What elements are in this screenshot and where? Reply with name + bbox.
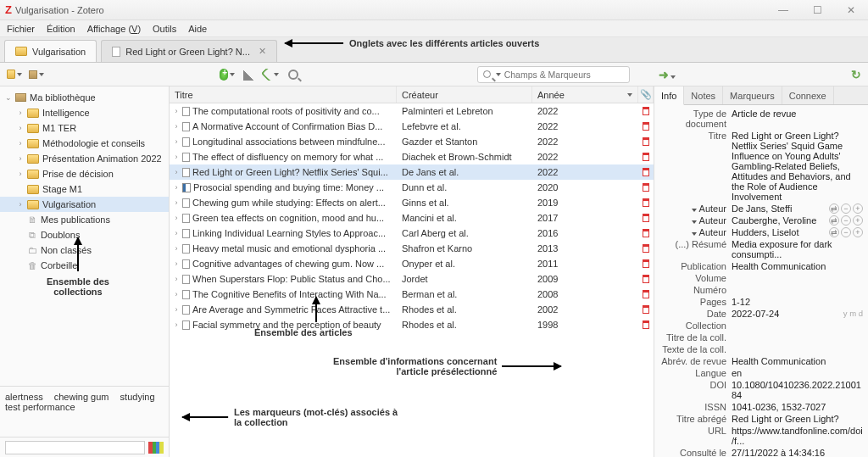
close-button[interactable]: ✕ [834,0,868,20]
val-url[interactable]: https://www.tandfonline.com/doi/f... [732,426,863,446]
twisty-icon[interactable]: › [173,229,180,237]
twisty-icon[interactable]: › [173,153,180,161]
lookup-button[interactable] [286,67,301,82]
tag[interactable]: studying [120,392,155,402]
tree-item[interactable]: Stage M1 [0,181,169,197]
item-row[interactable]: ›Prosocial spending and buying time: Mon… [170,180,654,195]
twisty-icon[interactable]: › [173,275,180,283]
item-row[interactable]: ›Green tea effects on cognition, mood an… [170,210,654,226]
item-row[interactable]: ›Red Light or Green Light? Netflix Serie… [170,164,654,180]
menu-file[interactable]: Fichier [7,24,35,34]
twisty-icon[interactable]: › [173,183,180,192]
maximize-button[interactable]: ☐ [800,0,834,20]
menu-edit[interactable]: Édition [47,24,75,34]
twisty-icon[interactable]: › [173,137,180,146]
val-issue[interactable] [732,285,863,295]
twisty-icon[interactable]: › [173,244,180,253]
search-input[interactable] [504,70,624,80]
sync-button[interactable]: ➜ [659,68,676,81]
tab-related[interactable]: Connexe [782,86,834,104]
item-row[interactable]: ›Chewing gum while studying: Effects on … [170,195,654,210]
minus-icon[interactable]: − [841,203,851,214]
tree-mypubs[interactable]: 🗎Mes publications [0,212,169,227]
val-author[interactable]: Hudders, Liselot [732,227,826,237]
swap-icon[interactable]: ⇄ [829,215,839,226]
pdf-icon[interactable] [643,107,649,115]
tree-duplicates[interactable]: ⧉Doublons [0,227,169,242]
val-accessed[interactable]: 27/11/2022 à 14:34:16 [732,448,863,457]
col-creator[interactable]: Créateur [397,86,532,103]
tree-root[interactable]: ⌄Ma bibliothèque [0,90,169,105]
val-language[interactable]: en [732,368,863,378]
val-issn[interactable]: 1041-0236, 1532-7027 [732,402,863,412]
tree-item[interactable]: ›Méthodologie et conseils [0,136,169,151]
tab-notes[interactable]: Notes [684,86,723,104]
val-short-title[interactable]: Red Light or Green Light? [732,414,863,424]
color-swatches-icon[interactable] [148,442,164,454]
val-pages[interactable]: 1-12 [732,297,863,307]
val-journal-abbr[interactable]: Health Communication [732,356,863,366]
plus-icon[interactable]: + [853,203,863,214]
twisty-icon[interactable]: › [173,305,180,314]
lbl-author[interactable]: Auteur [659,227,732,237]
col-title[interactable]: Titre [170,86,397,103]
menu-help[interactable]: Aide [188,24,207,34]
pdf-icon[interactable] [643,168,649,176]
close-icon[interactable]: ✕ [259,46,266,57]
item-row[interactable]: ›The Cognitive Benefits of Interacting W… [170,287,654,302]
val-abstract[interactable]: Media exposure for dark consumpti... [732,239,863,259]
val-author[interactable]: De Jans, Steffi [732,203,826,214]
twisty-icon[interactable]: › [173,198,180,207]
col-attachment[interactable]: 📎 [638,86,654,103]
swap-icon[interactable]: ⇄ [829,203,839,214]
tree-unfiled[interactable]: 🗀Non classés [0,242,169,258]
lbl-author[interactable]: Auteur [659,215,732,226]
tag[interactable]: chewing gum [54,392,109,402]
tab-article[interactable]: Red Light or Green Light? N... ✕ [101,40,277,62]
pdf-icon[interactable] [643,290,649,298]
twisty-icon[interactable]: › [173,320,180,329]
tag[interactable]: test performance [5,402,75,412]
attach-button[interactable] [264,67,279,82]
tree-item[interactable]: ›Vulgarisation [0,197,169,212]
item-row[interactable]: ›Longitudinal associations between mindf… [170,134,654,149]
item-row[interactable]: ›A Normative Account of Confirmation Bia… [170,119,654,134]
tree-trash[interactable]: 🗑Corbeille [0,258,169,273]
twisty-icon[interactable]: › [173,168,180,176]
item-row[interactable]: ›Cognitive advantages of chewing gum. No… [170,256,654,271]
menu-view[interactable]: Affichage (V) [87,24,141,34]
lbl-author[interactable]: Auteur [659,203,732,214]
tab-tags[interactable]: Marqueurs [723,86,782,104]
item-row[interactable]: ›Linking Individual Learning Styles to A… [170,226,654,241]
item-row[interactable]: ›Heavy metal music and emotional dysphor… [170,241,654,256]
pdf-icon[interactable] [643,137,649,146]
chevron-down-icon[interactable] [496,73,501,76]
tree-item[interactable]: ›M1 TER [0,120,169,136]
minus-icon[interactable]: − [841,227,851,237]
item-row[interactable]: ›Are Average and Symmetric Faces Attract… [170,302,654,317]
val-volume[interactable] [732,273,863,283]
swap-icon[interactable]: ⇄ [829,227,839,237]
item-row[interactable]: ›The effect of disfluency on memory for … [170,149,654,164]
twisty-icon[interactable]: › [173,122,180,131]
col-year[interactable]: Année [532,86,638,103]
tab-collection[interactable]: Vulgarisation [4,40,97,62]
tag-search-input[interactable] [5,441,145,454]
new-library-button[interactable] [29,67,44,82]
pdf-icon[interactable] [643,122,649,131]
search-box[interactable] [477,66,630,83]
minimize-button[interactable]: — [766,0,800,20]
val-title[interactable]: Red Light or Green Light? Netflix Series… [732,131,863,202]
item-row[interactable]: ›The computational roots of positivity a… [170,103,654,119]
twisty-icon[interactable]: › [173,107,180,115]
val-author[interactable]: Cauberghe, Veroline [732,215,826,226]
twisty-icon[interactable]: › [173,259,180,268]
pdf-icon[interactable] [643,275,649,283]
val-publication[interactable]: Health Communication [732,261,863,271]
new-item-button[interactable] [220,67,235,82]
tree-item[interactable]: ›Présentation Animation 2022 [0,151,169,166]
tag[interactable]: alertness [5,392,43,402]
new-collection-button[interactable] [7,67,22,82]
pdf-icon[interactable] [643,183,649,192]
minus-icon[interactable]: − [841,215,851,226]
